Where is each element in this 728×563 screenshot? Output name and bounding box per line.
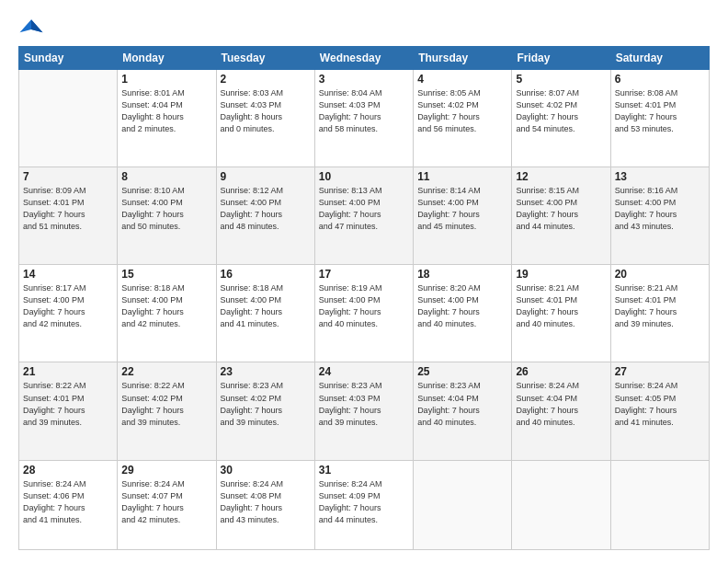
day-info: Sunrise: 8:18 AMSunset: 4:00 PMDaylight:…: [121, 282, 211, 330]
week-row-4: 21Sunrise: 8:22 AMSunset: 4:01 PMDayligh…: [19, 362, 710, 460]
calendar-table: SundayMondayTuesdayWednesdayThursdayFrid…: [18, 46, 710, 550]
day-number: 30: [221, 464, 311, 477]
week-row-2: 7Sunrise: 8:09 AMSunset: 4:01 PMDaylight…: [19, 167, 710, 265]
day-number: 1: [121, 73, 211, 86]
day-number: 9: [221, 170, 311, 183]
day-cell: [512, 460, 610, 549]
day-cell: 1Sunrise: 8:01 AMSunset: 4:04 PMDaylight…: [118, 70, 216, 167]
day-cell: 21Sunrise: 8:22 AMSunset: 4:01 PMDayligh…: [19, 362, 118, 460]
week-row-3: 14Sunrise: 8:17 AMSunset: 4:00 PMDayligh…: [19, 265, 710, 362]
day-cell: 15Sunrise: 8:18 AMSunset: 4:00 PMDayligh…: [118, 265, 216, 362]
day-info: Sunrise: 8:24 AMSunset: 4:06 PMDaylight:…: [23, 478, 113, 526]
day-cell: 10Sunrise: 8:13 AMSunset: 4:00 PMDayligh…: [314, 167, 413, 265]
day-number: 11: [417, 170, 507, 183]
day-info: Sunrise: 8:14 AMSunset: 4:00 PMDaylight:…: [417, 185, 507, 233]
day-number: 26: [516, 365, 606, 378]
day-cell: 12Sunrise: 8:15 AMSunset: 4:00 PMDayligh…: [512, 167, 610, 265]
day-number: 3: [319, 73, 409, 86]
day-info: Sunrise: 8:17 AMSunset: 4:00 PMDaylight:…: [23, 282, 113, 330]
day-cell: 16Sunrise: 8:18 AMSunset: 4:00 PMDayligh…: [216, 265, 314, 362]
day-cell: 19Sunrise: 8:21 AMSunset: 4:01 PMDayligh…: [512, 265, 610, 362]
day-info: Sunrise: 8:04 AMSunset: 4:03 PMDaylight:…: [319, 87, 409, 135]
day-info: Sunrise: 8:03 AMSunset: 4:03 PMDaylight:…: [221, 87, 311, 135]
day-info: Sunrise: 8:23 AMSunset: 4:02 PMDaylight:…: [221, 380, 311, 428]
day-cell: 9Sunrise: 8:12 AMSunset: 4:00 PMDaylight…: [216, 167, 314, 265]
day-info: Sunrise: 8:16 AMSunset: 4:00 PMDaylight:…: [615, 185, 705, 233]
day-info: Sunrise: 8:19 AMSunset: 4:00 PMDaylight:…: [319, 282, 409, 330]
day-cell: 18Sunrise: 8:20 AMSunset: 4:00 PMDayligh…: [414, 265, 512, 362]
day-info: Sunrise: 8:13 AMSunset: 4:00 PMDaylight:…: [319, 185, 409, 233]
day-cell: 25Sunrise: 8:23 AMSunset: 4:04 PMDayligh…: [414, 362, 512, 460]
day-info: Sunrise: 8:10 AMSunset: 4:00 PMDaylight:…: [121, 185, 211, 233]
day-info: Sunrise: 8:23 AMSunset: 4:04 PMDaylight:…: [417, 380, 507, 428]
col-header-sunday: Sunday: [19, 47, 118, 70]
day-info: Sunrise: 8:15 AMSunset: 4:00 PMDaylight:…: [516, 185, 606, 233]
day-info: Sunrise: 8:24 AMSunset: 4:05 PMDaylight:…: [615, 380, 705, 428]
day-number: 4: [417, 73, 507, 86]
day-info: Sunrise: 8:24 AMSunset: 4:09 PMDaylight:…: [319, 478, 409, 526]
day-cell: 22Sunrise: 8:22 AMSunset: 4:02 PMDayligh…: [118, 362, 216, 460]
day-cell: 20Sunrise: 8:21 AMSunset: 4:01 PMDayligh…: [610, 265, 709, 362]
day-number: 23: [221, 365, 311, 378]
page: SundayMondayTuesdayWednesdayThursdayFrid…: [0, 0, 728, 563]
day-number: 2: [221, 73, 311, 86]
col-header-tuesday: Tuesday: [216, 47, 314, 70]
day-number: 20: [615, 268, 705, 281]
day-cell: [414, 460, 512, 549]
col-header-monday: Monday: [118, 47, 216, 70]
day-number: 13: [615, 170, 705, 183]
day-number: 29: [121, 464, 211, 477]
col-header-saturday: Saturday: [610, 47, 709, 70]
day-cell: 24Sunrise: 8:23 AMSunset: 4:03 PMDayligh…: [314, 362, 413, 460]
week-row-1: 1Sunrise: 8:01 AMSunset: 4:04 PMDaylight…: [19, 70, 710, 167]
day-info: Sunrise: 8:18 AMSunset: 4:00 PMDaylight:…: [221, 282, 311, 330]
day-cell: 31Sunrise: 8:24 AMSunset: 4:09 PMDayligh…: [314, 460, 413, 549]
calendar-header-row: SundayMondayTuesdayWednesdayThursdayFrid…: [19, 47, 710, 70]
day-info: Sunrise: 8:05 AMSunset: 4:02 PMDaylight:…: [417, 87, 507, 135]
day-cell: 23Sunrise: 8:23 AMSunset: 4:02 PMDayligh…: [216, 362, 314, 460]
day-info: Sunrise: 8:01 AMSunset: 4:04 PMDaylight:…: [121, 87, 211, 135]
day-number: 12: [516, 170, 606, 183]
day-number: 31: [319, 464, 409, 477]
day-cell: 29Sunrise: 8:24 AMSunset: 4:07 PMDayligh…: [118, 460, 216, 549]
day-number: 24: [319, 365, 409, 378]
day-cell: 26Sunrise: 8:24 AMSunset: 4:04 PMDayligh…: [512, 362, 610, 460]
day-number: 16: [221, 268, 311, 281]
day-number: 17: [319, 268, 409, 281]
day-cell: 27Sunrise: 8:24 AMSunset: 4:05 PMDayligh…: [610, 362, 709, 460]
day-cell: 17Sunrise: 8:19 AMSunset: 4:00 PMDayligh…: [314, 265, 413, 362]
day-info: Sunrise: 8:24 AMSunset: 4:08 PMDaylight:…: [221, 478, 311, 526]
day-number: 27: [615, 365, 705, 378]
day-info: Sunrise: 8:22 AMSunset: 4:01 PMDaylight:…: [23, 380, 113, 428]
day-cell: 11Sunrise: 8:14 AMSunset: 4:00 PMDayligh…: [414, 167, 512, 265]
day-number: 28: [23, 464, 113, 477]
day-info: Sunrise: 8:08 AMSunset: 4:01 PMDaylight:…: [615, 87, 705, 135]
day-cell: [610, 460, 709, 549]
day-info: Sunrise: 8:24 AMSunset: 4:04 PMDaylight:…: [516, 380, 606, 428]
day-info: Sunrise: 8:20 AMSunset: 4:00 PMDaylight:…: [417, 282, 507, 330]
day-number: 5: [516, 73, 606, 86]
day-cell: 4Sunrise: 8:05 AMSunset: 4:02 PMDaylight…: [414, 70, 512, 167]
week-row-5: 28Sunrise: 8:24 AMSunset: 4:06 PMDayligh…: [19, 460, 710, 549]
day-number: 21: [23, 365, 113, 378]
day-cell: 6Sunrise: 8:08 AMSunset: 4:01 PMDaylight…: [610, 70, 709, 167]
day-cell: 8Sunrise: 8:10 AMSunset: 4:00 PMDaylight…: [118, 167, 216, 265]
day-info: Sunrise: 8:22 AMSunset: 4:02 PMDaylight:…: [121, 380, 211, 428]
day-cell: 7Sunrise: 8:09 AMSunset: 4:01 PMDaylight…: [19, 167, 118, 265]
day-info: Sunrise: 8:24 AMSunset: 4:07 PMDaylight:…: [121, 478, 211, 526]
logo-icon: [18, 17, 44, 37]
day-number: 6: [615, 73, 705, 86]
day-cell: 13Sunrise: 8:16 AMSunset: 4:00 PMDayligh…: [610, 167, 709, 265]
day-cell: 3Sunrise: 8:04 AMSunset: 4:03 PMDaylight…: [314, 70, 413, 167]
day-number: 19: [516, 268, 606, 281]
day-info: Sunrise: 8:09 AMSunset: 4:01 PMDaylight:…: [23, 185, 113, 233]
col-header-wednesday: Wednesday: [314, 47, 413, 70]
header: [18, 17, 710, 37]
day-number: 14: [23, 268, 113, 281]
day-number: 22: [121, 365, 211, 378]
day-info: Sunrise: 8:21 AMSunset: 4:01 PMDaylight:…: [516, 282, 606, 330]
day-info: Sunrise: 8:23 AMSunset: 4:03 PMDaylight:…: [319, 380, 409, 428]
day-cell: 30Sunrise: 8:24 AMSunset: 4:08 PMDayligh…: [216, 460, 314, 549]
day-cell: 2Sunrise: 8:03 AMSunset: 4:03 PMDaylight…: [216, 70, 314, 167]
day-cell: [19, 70, 118, 167]
